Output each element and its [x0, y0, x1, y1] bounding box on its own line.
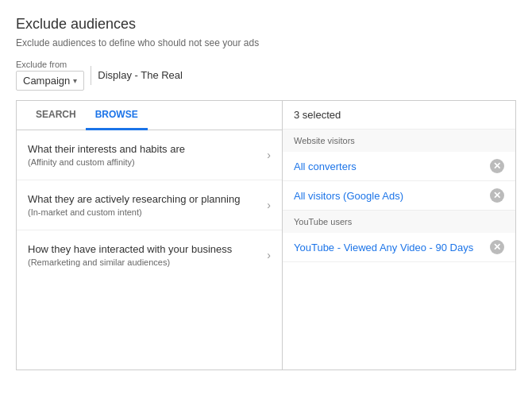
youtube-video-label[interactable]: YouTube - Viewed Any Video - 90 Days: [294, 242, 473, 253]
exclude-from-label: Exclude from: [16, 60, 84, 69]
left-panel: SEARCH BROWSE What their interests and h…: [17, 101, 283, 370]
selected-count: 3 selected: [283, 101, 515, 130]
remove-all-converters-button[interactable]: ✕: [490, 159, 504, 173]
chevron-icon: ›: [267, 249, 271, 261]
browse-item-researching-sub: (In-market and custom intent): [28, 207, 240, 217]
selected-item-youtube-video: YouTube - Viewed Any Video - 90 Days ✕: [283, 233, 515, 262]
browse-item-researching-main: What they are actively researching or pl…: [28, 193, 240, 205]
page-subtitle: Exclude audiences to define who should n…: [16, 37, 516, 48]
selected-item-all-visitors: All visitors (Google Ads) ✕: [283, 181, 515, 211]
display-name: Display - The Real: [98, 69, 183, 81]
tab-search[interactable]: SEARCH: [26, 101, 86, 130]
browse-item-researching[interactable]: What they are actively researching or pl…: [17, 180, 282, 230]
all-visitors-label[interactable]: All visitors (Google Ads): [294, 190, 403, 202]
campaign-dropdown-label: Campaign: [23, 75, 70, 87]
chevron-icon: ›: [267, 199, 271, 211]
browse-item-interests-main: What their interests and habits are: [28, 143, 185, 155]
right-panel: 3 selected Website visitors All converte…: [283, 101, 515, 370]
remove-all-visitors-button[interactable]: ✕: [490, 188, 504, 203]
tab-browse[interactable]: BROWSE: [86, 101, 148, 130]
browse-items-list: What their interests and habits are (Aff…: [17, 130, 282, 280]
campaign-dropdown[interactable]: Campaign ▾: [16, 71, 84, 91]
category-youtube-users: YouTube users: [283, 211, 515, 233]
exclude-from-row: Exclude from Campaign ▾ Display - The Re…: [16, 60, 516, 91]
browse-item-interacted-sub: (Remarketing and similar audiences): [28, 257, 232, 267]
selected-item-all-converters: All converters ✕: [283, 152, 515, 181]
tabs-row: SEARCH BROWSE: [17, 101, 282, 130]
chevron-icon: ›: [267, 149, 271, 161]
all-converters-label[interactable]: All converters: [294, 161, 357, 172]
audience-panel: SEARCH BROWSE What their interests and h…: [16, 100, 516, 370]
browse-item-interests[interactable]: What their interests and habits are (Aff…: [17, 130, 282, 180]
browse-item-interests-sub: (Affinity and custom affinity): [28, 157, 185, 167]
browse-item-interacted-main: How they have interacted with your busin…: [28, 243, 232, 255]
browse-item-interacted[interactable]: How they have interacted with your busin…: [17, 230, 282, 280]
dropdown-arrow-icon: ▾: [73, 76, 77, 85]
vertical-divider: [91, 66, 91, 85]
remove-youtube-video-button[interactable]: ✕: [490, 240, 504, 254]
page-title: Exclude audiences: [16, 16, 516, 33]
category-website-visitors: Website visitors: [283, 130, 515, 152]
